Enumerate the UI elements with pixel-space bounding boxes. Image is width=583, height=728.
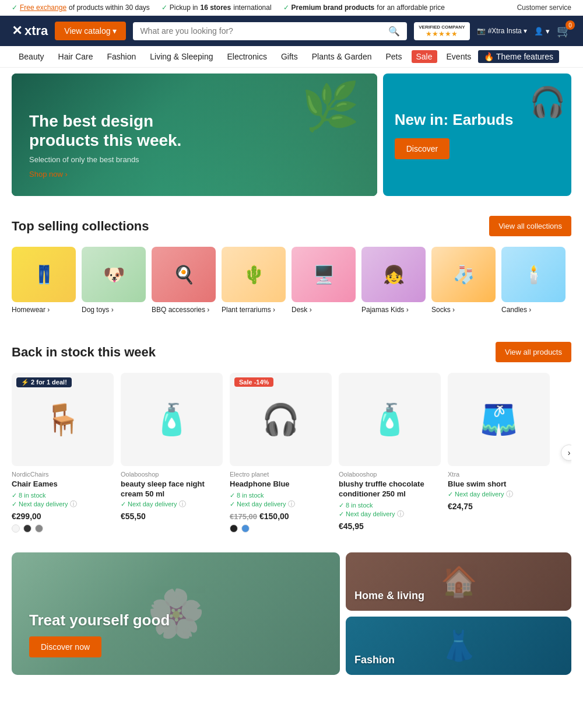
hero-section: 🌿 The best design products this week. Se… [0, 68, 583, 202]
nav-haircare[interactable]: Hair Care [51, 46, 100, 67]
exchange-link[interactable]: Free exchange [20, 4, 66, 12]
collection-item[interactable]: 🍳 BBQ accessories › [152, 247, 216, 314]
product-price: €175,00€150,00 [230, 512, 332, 521]
catalog-button[interactable]: View catalog ▾ [55, 22, 126, 40]
cart-badge: 0 [566, 20, 575, 30]
product-price: €24,75 [448, 502, 550, 511]
collection-link[interactable]: Candles › [501, 306, 531, 314]
banner-discover-button[interactable]: Discover now [29, 636, 101, 657]
color-dot[interactable] [35, 524, 43, 533]
products-grid: ⚡ 2 for 1 deal! 🪑 NordicChairs Chair Eam… [12, 373, 571, 533]
collection-item[interactable]: 👖 Homewear › [12, 247, 76, 314]
collection-item[interactable]: 🌵 Plant terrariums › [222, 247, 286, 314]
search-icon[interactable]: 🔍 [388, 26, 400, 37]
banner-fashion[interactable]: 👗 Fashion [346, 617, 571, 675]
collection-link[interactable]: BBQ accessories › [152, 306, 209, 314]
product-image: 🧴 [121, 373, 223, 466]
collection-link[interactable]: Plant terrariums › [222, 306, 275, 314]
nav-plants[interactable]: Plants & Garden [305, 46, 379, 67]
view-all-collections-button[interactable]: View all collections [489, 216, 571, 236]
nav-fashion[interactable]: Fashion [100, 46, 143, 67]
search-input[interactable] [140, 26, 384, 36]
view-all-products-button[interactable]: View all products [496, 342, 571, 362]
collection-link[interactable]: Homewear › [12, 306, 50, 314]
collection-item[interactable]: 🖥️ Desk › [292, 247, 356, 314]
products-section: Back in stock this week View all product… [0, 328, 583, 547]
collection-link[interactable]: Dog toys › [82, 306, 114, 314]
product-emoji: 🧴 [371, 402, 409, 438]
hero-discover-button[interactable]: Discover [395, 138, 449, 159]
info-icon[interactable]: ⓘ [506, 489, 513, 499]
product-card[interactable]: 🧴 Oolabooshop beauty sleep face night cr… [121, 373, 223, 533]
collection-item[interactable]: 🕯️ Candles › [501, 247, 566, 314]
hero-shop-link[interactable]: Shop now › [29, 170, 192, 178]
product-card[interactable]: 🩳 Xtra Blue swim short ✓ Next day delive… [448, 373, 550, 533]
banner-home-living[interactable]: 🏠 Home & living [346, 552, 571, 611]
nav-theme-features[interactable]: 🔥 Theme features [478, 50, 559, 63]
nav-beauty[interactable]: Beauty [12, 46, 51, 67]
nav-events[interactable]: Events [440, 46, 479, 67]
instagram-button[interactable]: 📷 #Xtra Insta ▾ [477, 27, 527, 35]
customer-service-link[interactable]: Customer service [517, 4, 571, 12]
color-dot[interactable] [241, 524, 250, 533]
account-button[interactable]: 👤 ▾ [534, 27, 550, 36]
collection-item[interactable]: 🧦 Socks › [431, 247, 496, 314]
collection-image: 🌵 [222, 247, 286, 302]
collection-link[interactable]: Pajamas Kids › [361, 306, 409, 314]
cart-button[interactable]: 🛒 0 [557, 24, 571, 38]
products-header: Back in stock this week View all product… [12, 342, 571, 362]
hero-plant-decoration: 🌿 [301, 79, 360, 134]
nav-sale[interactable]: Sale [412, 50, 437, 63]
product-brand: Oolabooshop [339, 471, 441, 478]
banner-left-content: Treat yourself good Discover now [29, 611, 170, 657]
collection-item[interactable]: 🐶 Dog toys › [82, 247, 146, 314]
product-emoji: 🎧 [262, 402, 300, 438]
collection-link[interactable]: Desk › [292, 306, 312, 314]
color-dot[interactable] [23, 524, 31, 533]
header-right: VERIFIED COMPANY ★★★★★ 📷 #Xtra Insta ▾ 👤… [414, 22, 571, 40]
products-next-arrow[interactable]: › [561, 444, 571, 461]
product-image: 🩳 [448, 373, 550, 466]
color-swatches [230, 524, 332, 533]
info-icon[interactable]: ⓘ [70, 499, 77, 509]
collection-image: 🧦 [431, 247, 496, 302]
collection-image: 👧 [361, 247, 426, 302]
collection-label: Plant terrariums › [222, 306, 286, 314]
nav-gifts[interactable]: Gifts [274, 46, 305, 67]
banner-right-column: 🏠 Home & living 👗 Fashion [346, 552, 571, 675]
nav-living[interactable]: Living & Sleeping [143, 46, 220, 67]
product-price: €299,00 [12, 512, 114, 521]
promo-exchange: ✓ Free exchange of products within 30 da… [12, 4, 150, 12]
info-icon[interactable]: ⓘ [288, 499, 295, 509]
nav-pets[interactable]: Pets [378, 46, 409, 67]
nav-electronics[interactable]: Electronics [220, 46, 274, 67]
product-brand: Oolabooshop [121, 471, 223, 478]
hero-main-title: The best design products this week. [29, 111, 192, 150]
collection-item[interactable]: 👧 Pajamas Kids › [361, 247, 426, 314]
info-icon[interactable]: ⓘ [397, 509, 404, 519]
collection-link[interactable]: Socks › [431, 306, 455, 314]
banner-fashion-title: Fashion [354, 654, 395, 666]
color-dot[interactable] [230, 524, 238, 533]
hero-side-banner: 🎧 New in: Earbuds Discover [383, 74, 571, 196]
promo-premium: ✓ Premium brand products for an affordab… [283, 4, 445, 12]
product-image: ⚡ 2 for 1 deal! 🪑 [12, 373, 114, 466]
banner-section: 🌸 Treat yourself good Discover now 🏠 Hom… [0, 547, 583, 681]
instagram-icon: 📷 [477, 27, 486, 35]
product-card[interactable]: ⚡ 2 for 1 deal! 🪑 NordicChairs Chair Eam… [12, 373, 114, 533]
product-name: Headphone Blue [230, 480, 332, 489]
product-stock: ✓ 8 in stock [339, 502, 441, 509]
color-dot[interactable] [12, 524, 20, 533]
product-delivery: ✓ Next day delivery ⓘ [121, 499, 223, 509]
color-swatches [12, 524, 114, 533]
product-card[interactable]: Sale -14% 🎧 Electro planet Headphone Blu… [230, 373, 332, 533]
promo-pickup: ✓ Pickup in 16 stores international [161, 4, 272, 12]
product-brand: NordicChairs [12, 471, 114, 478]
earbuds-icon: 🎧 [529, 85, 566, 119]
logo[interactable]: ✕ xtra [12, 23, 48, 38]
header: ✕ xtra View catalog ▾ 🔍 VERIFIED COMPANY… [0, 16, 583, 46]
collection-label: Desk › [292, 306, 356, 314]
info-icon[interactable]: ⓘ [179, 499, 186, 509]
topbar: ✓ Free exchange of products within 30 da… [0, 0, 583, 16]
product-card[interactable]: 🧴 Oolabooshop blushy truffle chocolate c… [339, 373, 441, 533]
